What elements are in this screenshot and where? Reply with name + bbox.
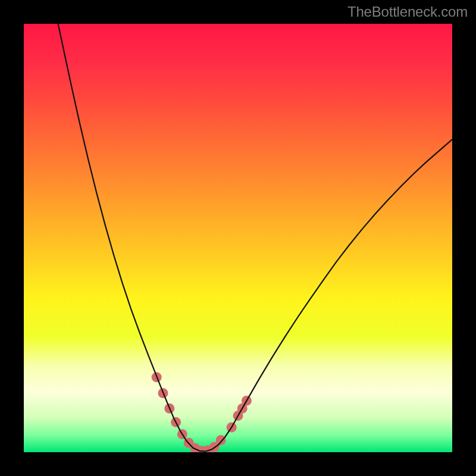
- plot-area: [24, 24, 452, 452]
- chart-frame: TheBottleneck.com: [0, 0, 476, 476]
- gradient-background: [24, 24, 452, 452]
- plot-svg: [24, 24, 452, 452]
- watermark-label: TheBottleneck.com: [347, 4, 468, 20]
